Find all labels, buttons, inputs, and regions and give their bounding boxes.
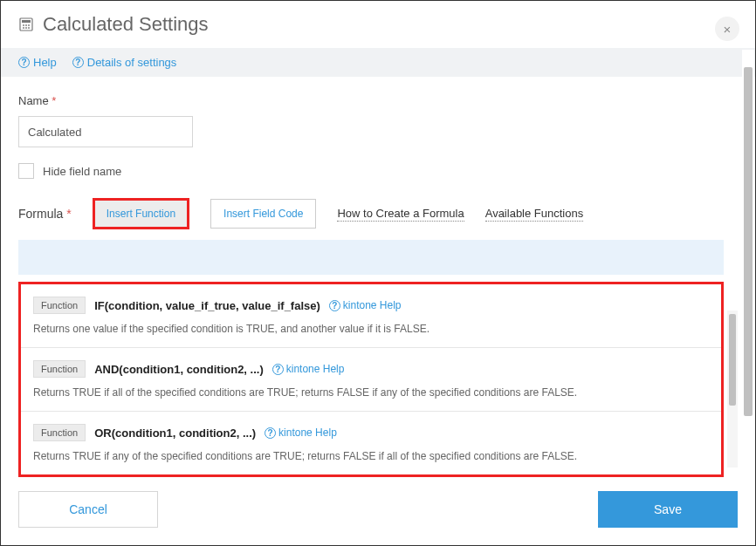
- how-to-link[interactable]: How to Create a Formula: [337, 207, 464, 222]
- function-signature: OR(condition1, condition2, ...): [94, 427, 256, 440]
- help-bar: ? Help ? Details of settings: [1, 48, 755, 77]
- function-item[interactable]: Function OR(condition1, condition2, ...)…: [21, 411, 721, 474]
- function-item[interactable]: Function IF(condition, value_if_true, va…: [21, 284, 721, 347]
- details-link[interactable]: ? Details of settings: [72, 56, 177, 69]
- insert-field-code-button[interactable]: Insert Field Code: [210, 199, 316, 229]
- function-description: Returns TRUE if all of the specified con…: [33, 386, 709, 399]
- svg-point-3: [25, 24, 27, 26]
- scrollbar-function-list[interactable]: [727, 311, 738, 468]
- required-asterisk: *: [66, 207, 71, 221]
- dialog-footer: Cancel Save: [1, 479, 755, 545]
- kintone-help-link[interactable]: ? kintone Help: [272, 363, 345, 375]
- kintone-help-link[interactable]: ? kintone Help: [329, 299, 402, 311]
- settings-dialog: Calculated Settings × ? Help ? Details o…: [0, 0, 756, 546]
- svg-rect-1: [22, 20, 31, 23]
- required-asterisk: *: [52, 94, 56, 107]
- function-tag: Function: [33, 424, 86, 441]
- question-icon: ?: [265, 427, 276, 439]
- svg-point-7: [28, 27, 30, 29]
- close-button[interactable]: ×: [715, 17, 739, 41]
- function-item[interactable]: Function AND(condition1, condition2, ...…: [21, 347, 721, 411]
- dialog-body: Name * Hide field name Formula * Insert …: [1, 77, 755, 479]
- formula-label: Formula *: [18, 207, 72, 221]
- function-tag: Function: [33, 360, 86, 378]
- hide-field-checkbox[interactable]: [18, 163, 34, 179]
- cancel-button[interactable]: Cancel: [18, 491, 158, 528]
- close-icon: ×: [724, 22, 732, 37]
- function-signature: IF(condition, value_if_true, value_if_fa…: [94, 299, 320, 312]
- function-tag: Function: [33, 297, 86, 314]
- insert-function-button[interactable]: Insert Function: [93, 198, 189, 229]
- name-input[interactable]: [18, 116, 193, 147]
- question-icon: ?: [329, 300, 340, 311]
- hide-field-row: Hide field name: [18, 163, 724, 179]
- help-link[interactable]: ? Help: [18, 56, 57, 69]
- hide-field-label: Hide field name: [43, 165, 121, 178]
- calculator-icon: [18, 17, 34, 32]
- save-button[interactable]: Save: [598, 491, 738, 528]
- function-description: Returns TRUE if any of the specified con…: [33, 450, 709, 462]
- function-head: Function OR(condition1, condition2, ...)…: [33, 424, 709, 441]
- question-icon: ?: [18, 57, 30, 68]
- formula-controls: Formula * Insert Function Insert Field C…: [18, 198, 724, 229]
- name-label-row: Name *: [18, 94, 724, 107]
- question-icon: ?: [72, 57, 84, 68]
- name-label: Name: [18, 94, 49, 107]
- scroll-content: Calculated Settings × ? Help ? Details o…: [1, 1, 755, 479]
- available-functions-link[interactable]: Available Functions: [485, 207, 584, 222]
- details-link-label: Details of settings: [87, 56, 177, 69]
- function-signature: AND(condition1, condition2, ...): [94, 363, 264, 376]
- scrollbar-thumb[interactable]: [744, 67, 753, 416]
- formula-input-area[interactable]: [18, 240, 724, 275]
- dialog-title: Calculated Settings: [43, 13, 209, 36]
- function-description: Returns one value if the specified condi…: [33, 323, 709, 335]
- kintone-help-link[interactable]: ? kintone Help: [265, 427, 337, 439]
- svg-point-4: [28, 24, 30, 26]
- svg-point-2: [23, 24, 24, 26]
- help-link-label: Help: [33, 56, 57, 69]
- scrollbar-main[interactable]: [742, 50, 754, 468]
- function-head: Function AND(condition1, condition2, ...…: [33, 360, 709, 378]
- question-icon: ?: [272, 364, 284, 375]
- function-list: Function IF(condition, value_if_true, va…: [18, 282, 724, 477]
- svg-point-5: [23, 27, 24, 29]
- scrollbar-thumb[interactable]: [729, 314, 736, 406]
- function-head: Function IF(condition, value_if_true, va…: [33, 297, 709, 314]
- dialog-header: Calculated Settings: [1, 1, 755, 48]
- svg-point-6: [25, 27, 27, 29]
